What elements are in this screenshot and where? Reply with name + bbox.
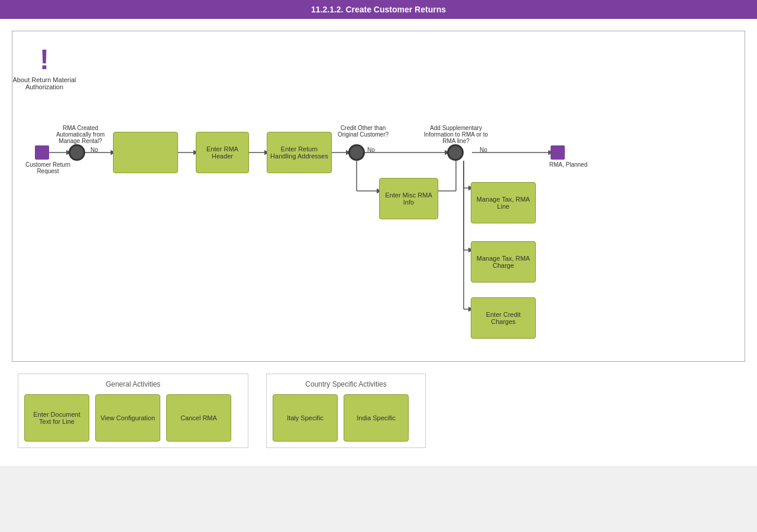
title-bar: 11.2.1.2. Create Customer Returns: [0, 0, 757, 19]
end-label: RMA, Planned: [545, 161, 592, 168]
return-handling-box[interactable]: Enter Return Handling Addresses: [267, 132, 332, 173]
country-specific-section: Country Specific Activities Italy Specif…: [266, 374, 426, 448]
rma-line-box[interactable]: Enter RMA Header: [196, 132, 249, 173]
question-rma-created: RMA Created Automatically from Manage Re…: [45, 125, 116, 144]
label-no-1: No: [90, 147, 98, 153]
view-config-box[interactable]: View Configuration: [95, 394, 160, 442]
manage-tax-charge-box[interactable]: Manage Tax, RMA Charge: [471, 241, 536, 283]
arrows-svg: [12, 31, 745, 361]
country-specific-list: Italy Specific India Specific: [273, 394, 419, 442]
end-event: [551, 145, 565, 160]
gateway-1: [69, 144, 85, 161]
country-specific-title: Country Specific Activities: [273, 380, 419, 388]
diagram-area: Customer Return Request RMA Created Auto…: [12, 31, 745, 362]
india-specific-box[interactable]: India Specific: [344, 394, 409, 442]
manage-tax-line-box[interactable]: Manage Tax, RMA Line: [471, 182, 536, 223]
enter-doc-text-box[interactable]: Enter Document Text for Line: [24, 394, 89, 442]
gateway-2: [348, 144, 365, 161]
enter-credit-box[interactable]: Enter Credit Charges: [471, 297, 536, 339]
rma-header-box[interactable]: [113, 132, 178, 173]
misc-rma-box[interactable]: Enter Misc RMA Info: [379, 178, 438, 219]
gateway-3: [447, 144, 464, 161]
start-label: Customer Return Request: [24, 161, 72, 174]
general-activities-title: General Activities: [24, 380, 242, 388]
label-no-2: No: [367, 147, 375, 153]
question-credit-other: Credit Other than Original Customer?: [337, 125, 390, 138]
label-no-3: No: [480, 147, 487, 153]
italy-specific-box[interactable]: Italy Specific: [273, 394, 338, 442]
cancel-rma-box[interactable]: Cancel RMA: [166, 394, 231, 442]
general-activities-list: Enter Document Text for Line View Config…: [24, 394, 242, 442]
question-supplementary: Add Supplementary Information to RMA or …: [423, 125, 489, 144]
general-activities-section: General Activities Enter Document Text f…: [18, 374, 248, 448]
page-title: 11.2.1.2. Create Customer Returns: [311, 5, 446, 14]
start-event: [35, 145, 49, 160]
